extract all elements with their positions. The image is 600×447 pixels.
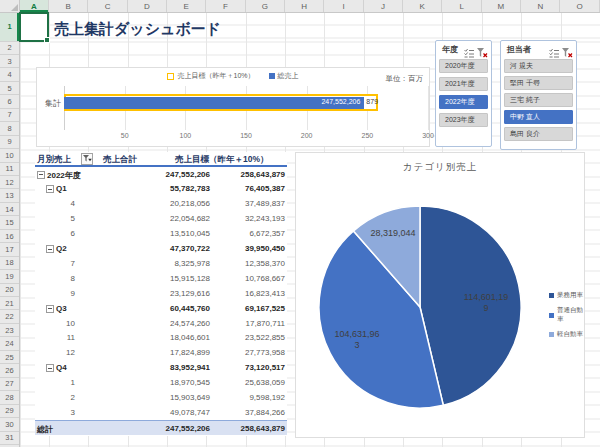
collapse-icon[interactable] <box>46 185 54 193</box>
row-header-3[interactable]: 3 <box>0 55 19 68</box>
pivot-row-11[interactable]: 1118,046,60123,522,855 <box>35 331 287 346</box>
column-header-F[interactable]: F <box>206 0 245 12</box>
row-header-24[interactable]: 24 <box>0 337 19 350</box>
pivot-rows: 2022年度247,552,206258,643,879Q155,782,783… <box>35 167 287 436</box>
pivot-row-1[interactable]: 118,970,54525,638,059 <box>35 376 287 391</box>
slicer-items-1: 河 規夫堅田 千尋三宅 純子中野 直人島田 良介 <box>501 41 576 149</box>
row-header-29[interactable]: 29 <box>0 405 19 418</box>
row-header-15[interactable]: 15 <box>0 216 19 229</box>
pivot-row-6[interactable]: 613,510,0456,672,357 <box>35 227 287 242</box>
slicer-item-2023年度[interactable]: 2023年度 <box>439 113 488 127</box>
slicer-item-河 規夫[interactable]: 河 規夫 <box>504 59 573 73</box>
pivot-row-10[interactable]: 1024,574,26017,870,711 <box>35 316 287 331</box>
row-header-13[interactable]: 13 <box>0 189 19 202</box>
row-header-28[interactable]: 28 <box>0 391 19 404</box>
legend-item-actual[interactable]: 総売上 <box>269 71 299 81</box>
select-all-corner[interactable] <box>0 0 20 13</box>
column-header-H[interactable]: H <box>285 0 324 12</box>
row-header-25[interactable]: 25 <box>0 351 19 364</box>
slicer-items-0: 2020年度2021年度2022年度2023年度 <box>436 41 491 146</box>
pivot-row-総計[interactable]: 総計247,552,206258,643,879 <box>35 420 287 435</box>
target-vs-sales-bar-chart[interactable]: 売上目標（昨年＋10%） 総売上 単位：百万 集計 247,552,206 87… <box>36 67 430 147</box>
pivot-row-12[interactable]: 1217,824,89927,773,958 <box>35 346 287 361</box>
row-header-30[interactable]: 30 <box>0 418 19 431</box>
row-header-7[interactable]: 7 <box>0 109 19 122</box>
row-header-12[interactable]: 12 <box>0 176 19 189</box>
pivot-header-target[interactable]: 売上目標（昨年＋10%） <box>175 154 269 166</box>
slicer-item-2021年度[interactable]: 2021年度 <box>439 77 488 91</box>
column-header-O[interactable]: O <box>560 0 599 12</box>
slicer-item-2020年度[interactable]: 2020年度 <box>439 59 488 73</box>
pivot-row-2[interactable]: 215,903,6499,598,192 <box>35 391 287 406</box>
pivot-row-2022年度[interactable]: 2022年度247,552,206258,643,879 <box>35 167 287 182</box>
pie-legend-item-軽自動車[interactable]: 軽自動車 <box>549 330 584 339</box>
row-header-11[interactable]: 11 <box>0 163 19 176</box>
row-header-8[interactable]: 8 <box>0 122 19 135</box>
pie-legend-item-普通自動車[interactable]: 普通自動車 <box>549 306 584 324</box>
slicer-item-中野 直人[interactable]: 中野 直人 <box>504 110 573 124</box>
row-header-2[interactable]: 2 <box>0 42 19 55</box>
pivot-target-value: 6,672,357 <box>165 229 285 238</box>
column-header-E[interactable]: E <box>167 0 206 12</box>
row-header-10[interactable]: 10 <box>0 149 19 162</box>
column-header-B[interactable]: B <box>49 0 88 12</box>
row-header-21[interactable]: 21 <box>0 297 19 310</box>
slicer-item-三宅 純子[interactable]: 三宅 純子 <box>504 93 573 107</box>
row-header-17[interactable]: 17 <box>0 243 19 256</box>
pie-legend-item-業務用車[interactable]: 業務用車 <box>549 291 584 300</box>
row-header-19[interactable]: 19 <box>0 270 19 283</box>
slicer-item-2022年度[interactable]: 2022年度 <box>439 95 488 109</box>
row-header-22[interactable]: 22 <box>0 311 19 324</box>
collapse-icon[interactable] <box>37 171 45 179</box>
row-header-23[interactable]: 23 <box>0 324 19 337</box>
row-header-18[interactable]: 18 <box>0 257 19 270</box>
row-header-27[interactable]: 27 <box>0 378 19 391</box>
column-header-D[interactable]: D <box>128 0 167 12</box>
collapse-icon[interactable] <box>46 305 54 313</box>
row-header-5[interactable]: 5 <box>0 82 19 95</box>
row-header-31[interactable]: 31 <box>0 432 19 445</box>
row-header-1[interactable]: 1 <box>0 13 19 42</box>
column-header-J[interactable]: J <box>364 0 403 12</box>
column-header-N[interactable]: N <box>521 0 560 12</box>
pivot-row-Q1[interactable]: Q155,782,78376,405,387 <box>35 182 287 197</box>
pivot-target-value: 16,823,413 <box>165 289 285 298</box>
row-header-20[interactable]: 20 <box>0 284 19 297</box>
row-header-16[interactable]: 16 <box>0 230 19 243</box>
column-header-C[interactable]: C <box>88 0 127 12</box>
pivot-row-8[interactable]: 815,915,12810,768,667 <box>35 271 287 286</box>
column-header-I[interactable]: I <box>324 0 363 12</box>
collapse-icon[interactable] <box>46 364 54 372</box>
axis-tick-label: 200 <box>295 132 319 139</box>
pivot-row-3[interactable]: 349,078,74737,884,266 <box>35 405 287 420</box>
pivot-row-7[interactable]: 78,325,97812,358,370 <box>35 256 287 271</box>
row-header-6[interactable]: 6 <box>0 95 19 108</box>
slicer-item-堅田 千尋[interactable]: 堅田 千尋 <box>504 76 573 90</box>
column-header-A[interactable]: A <box>20 0 49 12</box>
pie-legend-label: 業務用車 <box>557 291 583 300</box>
slicer-item-島田 良介[interactable]: 島田 良介 <box>504 127 573 141</box>
column-header-L[interactable]: L <box>442 0 481 12</box>
column-header-K[interactable]: K <box>403 0 442 12</box>
collapse-icon[interactable] <box>46 245 54 253</box>
filter-dropdown-icon[interactable] <box>81 153 93 165</box>
pivot-row-9[interactable]: 923,129,61616,823,413 <box>35 286 287 301</box>
category-sales-pie-chart[interactable]: カテゴリ別売上 114,601,19 9 104,631,96 3 28,319… <box>295 152 585 438</box>
column-header-M[interactable]: M <box>482 0 521 12</box>
pivot-row-Q2[interactable]: Q247,370,72239,950,450 <box>35 242 287 257</box>
pivot-row-Q4[interactable]: Q483,952,94173,120,517 <box>35 361 287 376</box>
pivot-target-value: 258,643,879 <box>165 170 285 179</box>
pie-label-standard-cars: 104,631,96 3 <box>317 329 397 351</box>
legend-item-target[interactable]: 売上目標（昨年＋10%） <box>167 71 254 81</box>
pivot-row-4[interactable]: 420,218,05637,489,837 <box>35 197 287 212</box>
row-header-14[interactable]: 14 <box>0 203 19 216</box>
pivot-header-actual[interactable]: 売上合計 <box>103 154 137 166</box>
pivot-row-Q3[interactable]: Q360,445,76069,167,525 <box>35 301 287 316</box>
pivot-row-5[interactable]: 522,054,68232,243,193 <box>35 212 287 227</box>
row-header-26[interactable]: 26 <box>0 364 19 377</box>
pivot-target-value: 25,638,059 <box>165 378 285 387</box>
row-header-9[interactable]: 9 <box>0 136 19 149</box>
pivot-header-monthly-sales[interactable]: 月別売上 <box>37 154 71 166</box>
column-header-G[interactable]: G <box>246 0 285 12</box>
row-header-4[interactable]: 4 <box>0 68 19 81</box>
